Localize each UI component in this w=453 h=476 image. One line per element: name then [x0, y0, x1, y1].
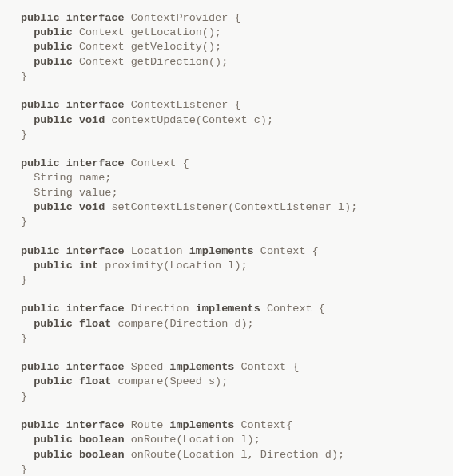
punct: { — [312, 245, 319, 257]
identifier: Speed — [131, 361, 170, 373]
code-line: public interface ContextListener { — [21, 98, 432, 113]
punct: ); — [234, 260, 247, 272]
keyword: public — [21, 157, 60, 169]
code-listing: public interface ContextProvider { publi… — [21, 11, 432, 476]
keyword: interface — [66, 245, 125, 257]
identifier: compare — [118, 318, 164, 330]
punct: { — [183, 157, 189, 169]
keyword: public — [21, 303, 60, 315]
code-line: public Context getLocation(); — [21, 26, 432, 40]
punct: { — [234, 12, 240, 24]
punct: { — [286, 419, 292, 431]
code-line — [21, 142, 432, 157]
keyword: public — [34, 260, 73, 272]
identifier: Direction d — [169, 318, 240, 330]
keyword: public — [34, 201, 73, 213]
code-line: } — [21, 273, 432, 288]
punct: (); — [202, 41, 221, 53]
keyword: interface — [66, 303, 125, 315]
keyword: float — [79, 318, 112, 330]
keyword: boolean — [79, 434, 125, 446]
keyword: public — [34, 449, 73, 461]
punct: } — [21, 391, 27, 403]
code-line: } — [21, 69, 432, 84]
punct: ( — [176, 449, 182, 461]
identifier: Location l — [169, 260, 234, 272]
top-horizontal-rule — [21, 6, 432, 6]
identifier: Context getLocation — [79, 26, 202, 38]
keyword: public — [34, 56, 73, 68]
punct: (); — [202, 26, 221, 38]
code-line: String value; — [21, 186, 432, 200]
keyword: public — [21, 361, 60, 373]
keyword: int — [79, 260, 98, 272]
punct: ); — [332, 449, 344, 461]
identifier: Context — [240, 361, 292, 373]
identifier: Speed s — [169, 375, 215, 387]
code-line — [21, 229, 432, 244]
code-line: public Context getDirection(); — [21, 55, 432, 69]
identifier: Location l — [183, 449, 248, 461]
code-line: public int proximity(Location l); — [21, 259, 432, 273]
punct: { — [234, 99, 240, 111]
keyword: boolean — [79, 449, 125, 461]
code-line — [21, 84, 432, 98]
punct: { — [292, 361, 299, 373]
punct: ( — [176, 434, 182, 446]
identifier: Route — [131, 419, 170, 431]
code-line: public float compare(Speed s); — [21, 375, 432, 389]
code-line: public interface ContextProvider { — [21, 11, 432, 26]
keyword: public — [34, 318, 73, 330]
code-line: } — [21, 462, 432, 476]
code-line: public void contextUpdate(Context c); — [21, 113, 432, 128]
keyword: public — [34, 114, 73, 126]
punct: ); — [248, 434, 260, 446]
identifier: Context — [260, 245, 312, 257]
keyword: interface — [66, 99, 125, 111]
code-line: } — [21, 128, 432, 142]
code-line: String name; — [21, 171, 432, 185]
keyword: interface — [66, 157, 125, 169]
identifier: Context getDirection — [79, 56, 209, 68]
code-line: public interface Route implements Contex… — [21, 418, 432, 433]
punct: ); — [241, 318, 254, 330]
punct: (); — [209, 56, 228, 68]
keyword: float — [79, 375, 112, 387]
code-line: public boolean onRoute(Location l); — [21, 433, 432, 447]
keyword: implements — [189, 245, 254, 257]
punct: } — [21, 463, 27, 475]
keyword: public — [34, 434, 73, 446]
keyword: interface — [66, 361, 125, 373]
identifier: Context — [267, 303, 319, 315]
identifier: Context c — [202, 114, 260, 126]
identifier: proximity — [105, 260, 163, 272]
punct: { — [319, 303, 325, 315]
identifier: compare — [118, 375, 164, 387]
keyword: implements — [169, 361, 234, 373]
identifier: Context — [131, 157, 183, 169]
identifier: Direction d — [260, 449, 332, 461]
identifier: onRoute — [131, 434, 177, 446]
identifier: ContextListener l — [234, 201, 344, 213]
identifier: contextUpdate — [111, 114, 195, 126]
code-line: public boolean onRoute(Location l, Direc… — [21, 448, 432, 462]
keyword: public — [21, 12, 60, 24]
punct: ; — [105, 172, 111, 184]
keyword: implements — [196, 303, 260, 315]
punct: ; — [111, 187, 117, 199]
code-line: public interface Location implements Con… — [21, 244, 432, 259]
keyword: implements — [169, 419, 234, 431]
code-line: public interface Direction implements Co… — [21, 302, 432, 316]
keyword: void — [79, 114, 105, 126]
code-line: public interface Speed implements Contex… — [21, 360, 432, 375]
identifier: Location l — [183, 434, 248, 446]
punct: ); — [344, 201, 357, 213]
keyword: public — [34, 26, 73, 38]
identifier: ContextProvider — [131, 12, 235, 24]
identifier: Context — [240, 419, 286, 431]
punct: ( — [196, 114, 202, 126]
keyword: public — [34, 375, 73, 387]
keyword: interface — [66, 419, 125, 431]
punct: , — [248, 449, 260, 461]
code-line — [21, 346, 432, 360]
